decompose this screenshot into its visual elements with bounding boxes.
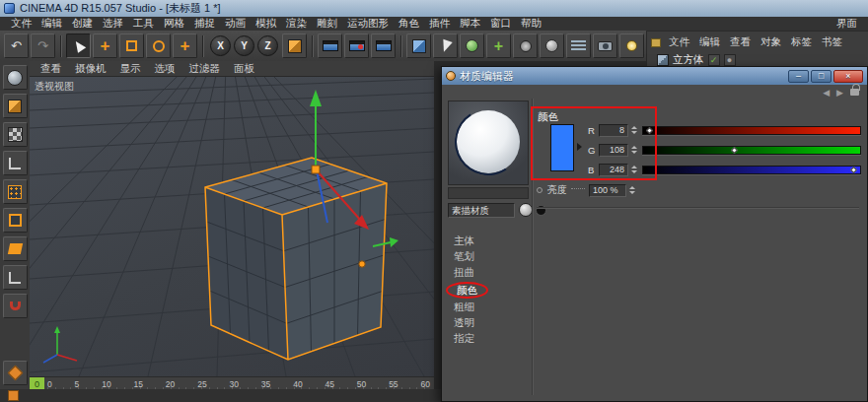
close-button[interactable]: × <box>833 70 863 83</box>
axis-lock-button[interactable]: X <box>210 35 231 56</box>
channel-b-value[interactable]: 248 <box>599 164 628 176</box>
points-mode-button[interactable] <box>3 179 28 204</box>
preview-type-icon[interactable] <box>519 203 533 217</box>
add-environment-button[interactable] <box>540 34 564 58</box>
add-generator-button[interactable] <box>460 34 484 58</box>
menu-item[interactable]: 插件 <box>424 17 455 31</box>
attribute-dot-icon[interactable] <box>537 187 542 193</box>
nav-back-icon[interactable]: ◀ <box>823 88 830 98</box>
workplane-mode-button[interactable] <box>3 151 28 175</box>
spinner-icon[interactable] <box>629 124 638 136</box>
add-camera-button[interactable] <box>593 34 617 58</box>
snap-button[interactable] <box>3 294 28 318</box>
channel-item[interactable]: 颜色 <box>446 282 488 299</box>
add-light-button[interactable] <box>619 34 644 58</box>
last-tool-button[interactable]: + <box>173 34 197 58</box>
viewport-menu-item[interactable]: 过滤器 <box>182 62 228 76</box>
axis-lock-button[interactable]: Z <box>257 35 278 56</box>
object-manager-menu-item[interactable]: 对象 <box>756 35 786 49</box>
viewport-menu-item[interactable]: 查看 <box>34 62 68 76</box>
viewport-menu-item[interactable]: 面板 <box>227 62 261 76</box>
edges-mode-button[interactable] <box>3 208 28 233</box>
render-picture-viewer-button[interactable] <box>344 34 369 58</box>
material-name-field[interactable]: 素描材质 <box>448 203 515 218</box>
red-slider[interactable] <box>642 126 861 135</box>
spinner-icon[interactable] <box>629 144 638 156</box>
channel-item[interactable]: 主体 <box>444 233 529 248</box>
viewport-menu-item[interactable]: 选项 <box>148 62 182 76</box>
brightness-value[interactable]: 100 % <box>589 184 626 197</box>
viewport-menu-item[interactable]: 显示 <box>113 62 148 76</box>
slider-marker[interactable] <box>850 167 857 173</box>
add-deformer-button[interactable] <box>513 34 538 58</box>
texture-mode-button[interactable] <box>3 122 28 147</box>
add-cube-button[interactable] <box>406 34 431 58</box>
cube-object[interactable] <box>205 158 387 360</box>
add-spline-button[interactable] <box>433 34 458 58</box>
menu-item[interactable]: 窗口 <box>485 17 516 31</box>
menu-item[interactable]: 动画 <box>220 17 251 31</box>
object-manager-menu-item[interactable]: 查看 <box>725 35 756 49</box>
minimize-button[interactable]: – <box>788 70 809 83</box>
channel-item[interactable]: 笔划 <box>444 248 529 264</box>
material-preview[interactable] <box>448 100 529 185</box>
scale-tool[interactable] <box>119 34 144 58</box>
status-left-icon[interactable] <box>8 390 19 401</box>
axis-mode-button[interactable] <box>3 265 28 290</box>
viewport-menu-item[interactable]: 摄像机 <box>68 62 113 76</box>
viewport-canvas[interactable]: 透视视图 <box>30 77 434 376</box>
menu-item[interactable]: 脚本 <box>455 17 485 31</box>
live-selection-tool[interactable] <box>66 34 91 58</box>
menu-item[interactable]: 编辑 <box>36 17 67 31</box>
redo-button[interactable]: ↷ <box>31 34 55 58</box>
object-manager-menu-item[interactable]: 标签 <box>786 35 817 49</box>
menu-item[interactable]: 角色 <box>394 17 424 31</box>
lock-icon[interactable] <box>850 89 859 96</box>
object-manager-menu-item[interactable]: 编辑 <box>694 35 725 49</box>
channel-item[interactable]: 粗细 <box>444 299 529 314</box>
color-swatch[interactable] <box>550 124 574 171</box>
blue-slider[interactable] <box>642 166 861 174</box>
channel-g-value[interactable]: 108 <box>599 144 628 157</box>
menu-item[interactable]: 模拟 <box>251 17 281 31</box>
menu-item[interactable]: 捕捉 <box>189 17 220 31</box>
move-tool[interactable]: + <box>93 34 117 58</box>
menu-item[interactable]: 工具 <box>128 17 159 31</box>
menu-item[interactable]: 网格 <box>159 17 189 31</box>
swatch-expand-icon[interactable] <box>577 143 582 151</box>
menu-item[interactable]: 选择 <box>98 17 128 31</box>
menu-item[interactable]: 帮助 <box>516 17 546 31</box>
add-floor-button[interactable] <box>566 34 591 58</box>
timeline[interactable]: 0 051015202530354045505560 <box>30 376 434 389</box>
nav-forward-icon[interactable]: ▶ <box>836 88 843 98</box>
interface-menu[interactable]: 界面 <box>832 17 862 31</box>
model-mode-button[interactable] <box>3 94 28 118</box>
render-view-button[interactable] <box>318 34 342 58</box>
render-settings-button[interactable] <box>371 34 396 58</box>
menu-item[interactable]: 创建 <box>67 17 98 31</box>
visibility-tag-icon[interactable]: ✓ <box>708 54 720 66</box>
undo-button[interactable]: ↶ <box>4 34 29 58</box>
object-name[interactable]: 立方体 <box>673 53 704 67</box>
channel-item[interactable]: 透明 <box>444 314 529 330</box>
channel-r-value[interactable]: 8 <box>599 124 628 137</box>
spinner-icon[interactable] <box>627 184 636 196</box>
menu-item[interactable]: 运动图形 <box>342 17 394 31</box>
menu-item[interactable]: 渲染 <box>281 17 312 31</box>
viewport-nav-button[interactable] <box>3 65 28 90</box>
polygons-mode-button[interactable] <box>3 236 28 261</box>
green-slider[interactable] <box>642 146 861 155</box>
object-manager-menu-item[interactable]: 文件 <box>664 35 694 49</box>
menu-item[interactable]: 文件 <box>6 17 36 31</box>
material-tag-icon[interactable]: ● <box>724 54 736 66</box>
axis-lock-button[interactable]: Y <box>234 35 254 56</box>
coordinate-system-button[interactable] <box>282 34 307 58</box>
maximize-button[interactable]: □ <box>811 70 832 83</box>
misc-tool-button[interactable] <box>3 361 28 385</box>
preview-options-strip[interactable] <box>448 187 529 199</box>
material-editor-titlebar[interactable]: 材质编辑器 – □ × <box>442 67 867 85</box>
slider-marker[interactable] <box>731 147 738 154</box>
channel-item[interactable]: 扭曲 <box>444 264 529 280</box>
slider-marker[interactable] <box>646 127 653 134</box>
rotate-tool[interactable] <box>146 34 171 58</box>
